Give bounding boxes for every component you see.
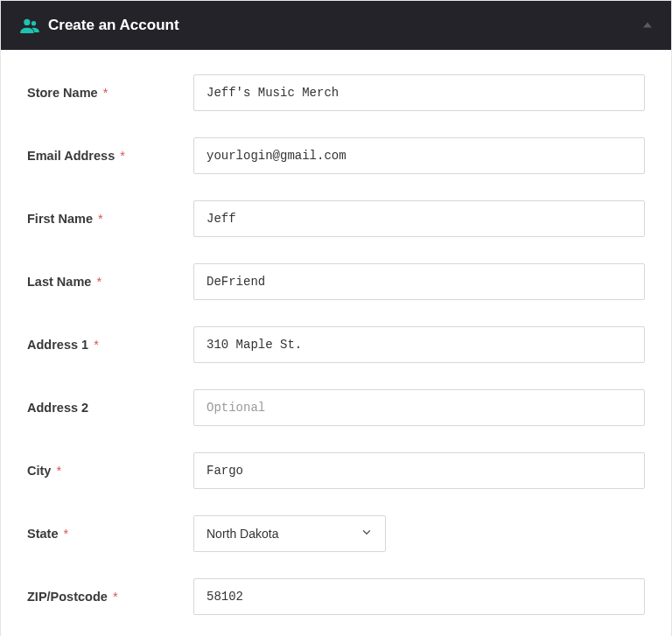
label-last-name: Last Name *: [27, 275, 193, 289]
row-city: City *: [27, 452, 645, 489]
state-select-value: North Dakota: [206, 527, 278, 541]
label-address-1: Address 1 *: [27, 338, 193, 352]
required-mark: *: [103, 86, 108, 100]
label-text: Store Name: [27, 86, 98, 100]
label-store-name: Store Name *: [27, 86, 193, 100]
create-account-panel: Create an Account Store Name * Email Add…: [0, 0, 672, 636]
address-2-input[interactable]: [193, 389, 645, 426]
state-select[interactable]: North Dakota: [193, 515, 386, 552]
label-text: ZIP/Postcode: [27, 590, 108, 604]
first-name-input[interactable]: [193, 200, 645, 237]
row-zip: ZIP/Postcode *: [27, 578, 645, 615]
label-text: State: [27, 527, 58, 541]
label-text: City: [27, 464, 51, 478]
last-name-input[interactable]: [193, 263, 645, 300]
address-1-input[interactable]: [193, 326, 645, 363]
row-store-name: Store Name *: [27, 74, 645, 111]
required-mark: *: [120, 149, 125, 163]
label-state: State *: [27, 527, 193, 541]
row-last-name: Last Name *: [27, 263, 645, 300]
label-text: Address 1: [27, 338, 88, 352]
svg-point-0: [24, 19, 30, 25]
city-input[interactable]: [193, 452, 645, 489]
required-mark: *: [113, 590, 118, 604]
email-input[interactable]: [193, 137, 645, 174]
label-text: Address 2: [27, 401, 88, 415]
panel-title: Create an Account: [48, 17, 179, 34]
label-zip: ZIP/Postcode *: [27, 590, 193, 604]
label-address-2: Address 2: [27, 401, 193, 415]
required-mark: *: [64, 527, 69, 541]
chevron-down-icon: [360, 527, 373, 542]
row-state: State * North Dakota: [27, 515, 645, 552]
row-first-name: First Name *: [27, 200, 645, 237]
form-body: Store Name * Email Address * First Name …: [1, 50, 671, 636]
label-text: First Name: [27, 212, 93, 226]
panel-header[interactable]: Create an Account: [1, 1, 671, 50]
store-name-input[interactable]: [193, 74, 645, 111]
users-icon: [20, 17, 39, 33]
required-mark: *: [96, 275, 102, 289]
required-mark: *: [56, 464, 61, 478]
label-email: Email Address *: [27, 149, 193, 163]
row-email: Email Address *: [27, 137, 645, 174]
collapse-caret-icon: [643, 22, 652, 27]
zip-input[interactable]: [193, 578, 645, 615]
label-text: Last Name: [27, 275, 91, 289]
row-address-2: Address 2: [27, 389, 645, 426]
svg-point-1: [32, 21, 36, 25]
row-address-1: Address 1 *: [27, 326, 645, 363]
required-mark: *: [94, 338, 99, 352]
label-text: Email Address: [27, 149, 115, 163]
label-first-name: First Name *: [27, 212, 193, 226]
label-city: City *: [27, 464, 193, 478]
required-mark: *: [98, 212, 103, 226]
